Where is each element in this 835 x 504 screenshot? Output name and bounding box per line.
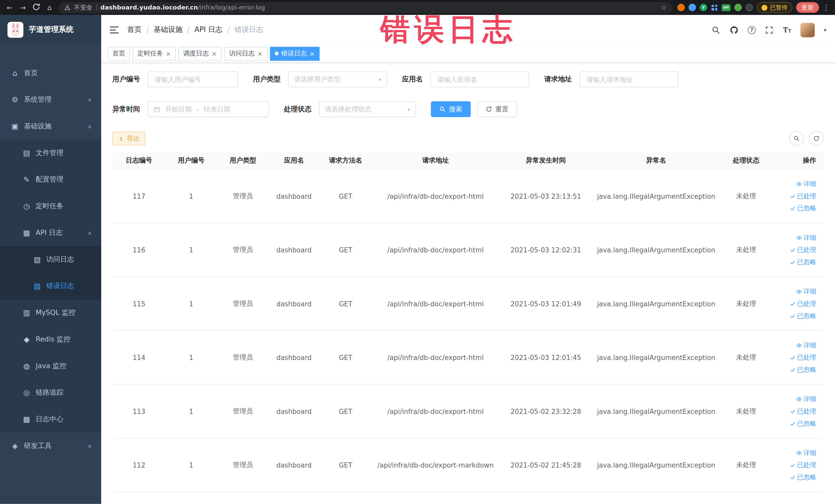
date-range-picker[interactable]: 开始日期 - 结束日期	[148, 101, 269, 117]
home-icon[interactable]: ⌂	[45, 3, 54, 11]
sidebar-item-access-log[interactable]: ▧ 访问日志	[0, 246, 101, 273]
bookmark-star-icon[interactable]: ☆	[661, 4, 667, 11]
breadcrumb-item[interactable]: 基础设施	[154, 25, 183, 35]
cell-status: 未处理	[719, 353, 773, 362]
detail-link[interactable]: 详细	[796, 233, 816, 242]
cell-log-id: 115	[113, 300, 166, 308]
app-name-input[interactable]	[430, 72, 529, 87]
close-icon[interactable]: ×	[309, 50, 315, 57]
sidebar-item-file-manage[interactable]: ▤ 文件管理	[0, 140, 101, 166]
error-log-icon: ▨	[33, 282, 42, 290]
sidebar-item-config-manage[interactable]: ✎ 配置管理	[0, 166, 101, 193]
ignore-link[interactable]: 已忽略	[790, 311, 816, 320]
github-icon[interactable]	[730, 25, 739, 35]
reload-icon[interactable]	[32, 2, 40, 12]
processed-link[interactable]: 已处理	[790, 245, 816, 254]
processed-link[interactable]: 已处理	[790, 299, 816, 308]
export-button[interactable]: 导出	[113, 132, 145, 145]
sidebar-item-home[interactable]: ⌂ 首页	[0, 60, 101, 86]
detail-link[interactable]: 详细	[796, 448, 816, 457]
search-icon[interactable]	[712, 25, 720, 35]
cell-time: 2021-05-03 23:13:51	[499, 192, 593, 200]
extension-leaf-icon[interactable]	[734, 4, 742, 11]
sidebar-item-trace[interactable]: ◎ 链路追踪	[0, 379, 101, 406]
sidebar-item-java-monitor[interactable]: ◍ Java 监控	[0, 352, 101, 379]
filter-exception-time: 异常时间 开始日期 - 结束日期	[113, 101, 269, 117]
tag-access-log[interactable]: 访问日志 ×	[224, 47, 267, 61]
extension-icon[interactable]: Y	[700, 4, 707, 11]
chrome-update-button[interactable]: 更新	[796, 2, 819, 13]
paused-label: 已暂停	[770, 3, 788, 11]
file-icon: ▤	[22, 149, 31, 157]
extension-icon[interactable]	[677, 4, 685, 11]
close-icon[interactable]: ×	[166, 50, 171, 57]
user-id-input[interactable]	[148, 72, 238, 87]
sidebar-item-api-log[interactable]: ▦ API 日志 ∧	[0, 220, 101, 246]
sidebar-item-system-manage[interactable]: ⚙ 系统管理 ∨	[0, 86, 101, 113]
ignore-link[interactable]: 已忽略	[790, 365, 816, 374]
hide-search-button[interactable]	[789, 131, 804, 146]
help-icon[interactable]: ?	[748, 26, 756, 34]
user-type-select[interactable]: 请选择用户类型 ▾	[288, 72, 387, 87]
processed-link[interactable]: 已处理	[790, 460, 816, 469]
request-url-input[interactable]	[579, 72, 678, 87]
cell-app: dashboard	[269, 192, 319, 200]
ignore-link[interactable]: 已忽略	[790, 258, 816, 266]
detail-link[interactable]: 详细	[796, 395, 816, 403]
processed-link-label: 已处理	[797, 407, 816, 416]
refresh-button[interactable]	[809, 131, 824, 146]
cell-exception: java.lang.IllegalArgumentException	[593, 300, 719, 308]
calendar-icon	[153, 106, 160, 113]
col-header: 用户类型	[217, 156, 269, 165]
select-placeholder: 请选择用户类型	[294, 75, 341, 84]
gear-icon: ⚙	[11, 95, 19, 104]
sidebar-item-redis-monitor[interactable]: ◆ Redis 监控	[0, 326, 101, 353]
sidebar-item-error-log[interactable]: ▨ 错误日志	[0, 273, 101, 299]
tag-scheduled-task[interactable]: 定时任务 ×	[133, 47, 176, 61]
process-status-select[interactable]: 请选择处理状态 ▾	[319, 101, 416, 117]
sidebar-item-log-center[interactable]: ▩ 日志中心	[0, 406, 101, 432]
extension-paw-icon[interactable]	[746, 4, 753, 11]
forward-icon[interactable]: →	[19, 3, 27, 11]
tag-error-log[interactable]: 错误日志 ×	[270, 47, 320, 61]
sidebar-item-mysql-monitor[interactable]: ▥ MySQL 监控	[0, 299, 101, 326]
sidebar-fold-icon[interactable]	[109, 26, 119, 34]
extension-icon[interactable]	[688, 4, 696, 11]
processed-link[interactable]: 已处理	[790, 407, 816, 416]
tag-schedule-log[interactable]: 调度日志 ×	[178, 47, 222, 61]
sidebar-item-infrastructure[interactable]: ▣ 基础设施 ∧	[0, 113, 101, 140]
col-header: 异常名	[593, 156, 719, 165]
close-icon[interactable]: ×	[257, 50, 263, 57]
extension-on-icon[interactable]: on	[721, 4, 731, 11]
sidebar-item-label: 链路追踪	[36, 388, 63, 397]
ignore-link[interactable]: 已忽略	[790, 204, 816, 213]
breadcrumb-item[interactable]: API 日志	[194, 25, 222, 35]
extension-grid-icon[interactable]	[711, 4, 718, 11]
processed-link[interactable]: 已处理	[790, 353, 816, 362]
reset-button[interactable]: 重置	[477, 101, 517, 117]
sidebar-item-devtools[interactable]: ◈ 研发工具 ∨	[0, 432, 101, 459]
fullscreen-icon[interactable]	[765, 25, 774, 35]
sidebar-item-scheduled-task[interactable]: ◷ 定时任务	[0, 193, 101, 220]
close-icon[interactable]: ×	[211, 50, 217, 57]
paused-badge[interactable]: 已暂停	[757, 2, 792, 13]
detail-link[interactable]: 详细	[796, 287, 816, 296]
caret-down-icon[interactable]: ▾	[824, 27, 826, 33]
avatar[interactable]	[800, 23, 815, 37]
detail-link[interactable]: 详细	[796, 341, 816, 350]
address-bar[interactable]: 不安全 dashboard.yudao.iocoder.cn/infra/log…	[59, 2, 673, 13]
processed-link-label: 已处理	[797, 460, 816, 469]
chrome-menu-icon[interactable]: ⋮	[823, 3, 830, 11]
home-icon: ⌂	[11, 69, 19, 77]
logo-row[interactable]: 芋道管理系统	[0, 15, 101, 45]
tag-home[interactable]: 首页	[107, 47, 130, 61]
detail-link[interactable]: 详细	[796, 179, 816, 188]
cell-actions: 详细 已处理 已忽略	[777, 179, 816, 213]
back-icon[interactable]: ←	[5, 3, 14, 11]
ignore-link[interactable]: 已忽略	[790, 473, 816, 482]
font-size-icon[interactable]: TT	[783, 26, 791, 33]
ignore-link[interactable]: 已忽略	[790, 419, 816, 428]
search-button[interactable]: 搜索	[431, 101, 471, 117]
processed-link[interactable]: 已处理	[790, 191, 816, 201]
breadcrumb-item[interactable]: 首页	[127, 25, 142, 35]
